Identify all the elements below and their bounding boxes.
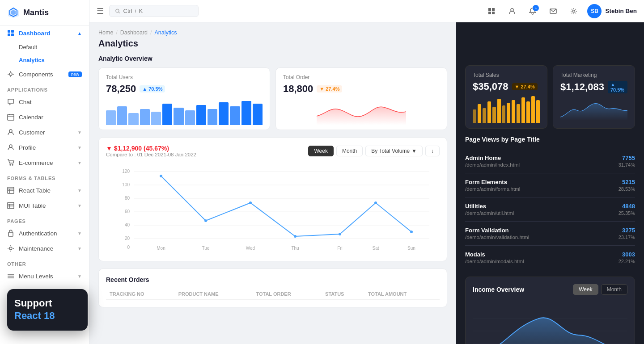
breadcrumb-sep2: / [150,29,152,36]
dark-stat-cards: Total Sales $35,078 ▼ 27.4% [465,65,635,129]
sidebar-item-menu-levels[interactable]: Menu Levels ▼ [0,268,89,284]
svg-text:60: 60 [125,209,130,214]
auth-icon [7,230,14,237]
income-line-chart: 120 100 80 60 40 20 0 Mon Tue Wed Thu Fr… [106,163,440,252]
income-amount: $1,12,900 (45.67%) [114,145,169,152]
sidebar-item-customer[interactable]: Customer ▼ [0,125,89,140]
dark-income-section: Income Overview Week Month [465,277,635,344]
sidebar-item-ecommerce[interactable]: E-commerce ▼ [0,155,89,170]
sidebar-item-react-table[interactable]: React Table ▼ [0,183,89,198]
page-view-item-3: Utilities 4848 /demo/admin/util.html 25.… [465,197,635,222]
orders-table: TRACKING NO PRODUCT NAME TOTAL ORDER STA… [106,289,440,300]
mail-button[interactable] [546,4,560,18]
sidebar-item-profile[interactable]: Profile ▼ [0,140,89,155]
sidebar-item-dashboard[interactable]: Dashboard ▲ [0,25,89,41]
total-order-badge: ▼ 27.4% [317,85,342,92]
col-tracking: TRACKING NO [106,289,175,300]
sidebar-item-calendar[interactable]: Calendar [0,109,89,125]
notification-badge: 1 [533,5,539,11]
user-profile-button[interactable] [505,4,519,18]
mail-icon [550,8,557,15]
svg-point-49 [339,233,341,235]
react-table-label: React Table [19,187,51,194]
stat-card-total-sales: Total Sales $35,078 ▼ 27.4% [465,65,547,129]
dark-week-button[interactable]: Week [573,284,598,295]
income-controls: Week Month By Total Volume ▼ ↓ [308,146,440,156]
menu-icon [7,273,14,280]
grid-view-button[interactable] [484,4,499,18]
user-menu[interactable]: SB Stebin Ben [587,4,637,18]
topbar-search-box[interactable] [109,5,199,17]
sidebar-item-mui-table[interactable]: MUI Table ▼ [0,198,89,213]
settings-button[interactable] [567,4,581,18]
sidebar-item-chat[interactable]: Chat [0,94,89,109]
col-status: STATUS [322,289,364,300]
svg-text:Thu: Thu [291,246,299,251]
volume-chevron-icon: ▼ [411,148,417,154]
dashboard-label: Dashboard [19,30,51,37]
svg-text:Fri: Fri [337,246,343,251]
total-marketing-number: $1,12,083 [560,81,604,93]
svg-text:20: 20 [125,236,130,241]
dark-stat-cards-offset: Total Sales $35,078 ▼ 27.4% [465,65,635,129]
total-order-number: 18,800 [283,83,313,95]
sidebar-item-authentication[interactable]: Authentication ▼ [0,226,89,241]
week-button[interactable]: Week [308,146,333,156]
sidebar-item-default[interactable]: Default [19,41,89,54]
marketing-area-chart [560,97,627,124]
month-button[interactable]: Month [336,146,363,156]
total-users-number: 78,250 [106,83,136,95]
mantis-logo-icon [7,6,20,19]
maintenance-chevron: ▼ [77,246,82,251]
breadcrumb-current: Analytics [154,29,177,36]
dark-month-button[interactable]: Month [601,284,627,295]
breadcrumb-dashboard[interactable]: Dashboard [120,29,148,36]
dark-income-chart: Fri Sat Sun [473,299,627,344]
sidebar-item-analytics[interactable]: Analytics [19,54,89,67]
svg-text:Wed: Wed [246,246,255,251]
pv-url-4: /demo/admin/validation.html [465,235,529,240]
page-view-item-4: Form Validation 3275 /demo/admin/validat… [465,222,635,246]
svg-text:80: 80 [125,196,130,201]
user-icon [508,8,516,15]
volume-button[interactable]: By Total Volume ▼ [365,146,423,156]
sidebar-item-maintenance[interactable]: Maintenance ▼ [0,241,89,256]
total-sales-badge: ▼ 27.4% [512,83,538,90]
notification-button[interactable]: 1 [525,4,540,18]
mui-table-chevron: ▼ [77,203,82,208]
grid-icon [488,8,495,15]
svg-point-7 [9,73,12,76]
svg-rect-6 [11,34,14,36]
left-panel: Home / Dashboard / Analytics Analytics A… [89,22,456,344]
breadcrumb-home[interactable]: Home [98,29,113,36]
sidebar-item-components[interactable]: Components new [0,67,89,82]
total-marketing-badge: ▲ 70.5% [608,81,627,93]
svg-point-24 [573,10,575,12]
pv-title-3: Utilities [465,203,486,210]
chat-label: Chat [19,99,32,105]
page-views-section: Page Views by Page Title Admin Home 7755… [465,136,635,269]
search-input[interactable] [123,8,193,14]
svg-point-12 [12,164,13,165]
dark-income-header: Income Overview Week Month [473,284,627,295]
volume-label: By Total Volume [371,148,410,154]
support-toast[interactable]: Support React 18 [7,289,88,331]
svg-point-48 [294,235,297,238]
svg-text:40: 40 [125,222,130,227]
main-wrapper: ☰ 1 [89,0,644,344]
svg-text:Mon: Mon [157,246,165,251]
total-marketing-chart [560,97,627,124]
download-button[interactable]: ↓ [425,146,440,156]
total-sales-label: Total Sales [473,72,540,78]
table-icon [7,187,14,194]
menu-toggle-button[interactable]: ☰ [97,6,104,16]
total-order-chart [283,98,440,125]
total-sales-chart [473,96,540,123]
page-view-item-1: Admin Home 7755 /demo/admin/index.html 3… [465,149,635,173]
pv-url-3: /demo/admin/util.html [465,210,514,216]
sidebar-logo[interactable]: Mantis [0,0,89,25]
split-layout: Home / Dashboard / Analytics Analytics A… [89,22,644,344]
other-section: Other [0,256,89,268]
income-header: ▼ $1,12,900 (45.67%) Compare to : 01 Dec… [106,145,440,157]
ecommerce-chevron: ▼ [77,160,82,165]
